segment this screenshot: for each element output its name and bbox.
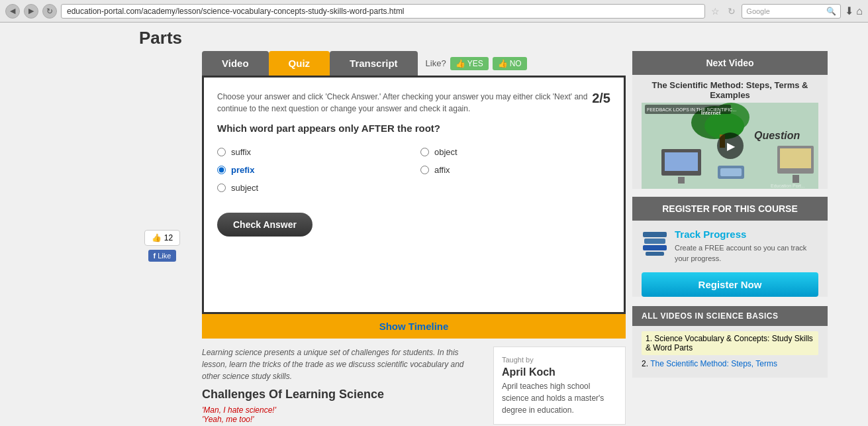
challenges-title: Challenges Of Learning Science — [202, 388, 480, 401]
option-subject-label: subject — [231, 183, 258, 193]
quiz-instructions: Choose your answer and click 'Check Answ… — [217, 91, 610, 115]
option-affix[interactable]: affix — [420, 165, 610, 175]
main-layout: 👍 12 f Like Video Quiz Transcript Like? … — [0, 51, 868, 426]
tab-transcript[interactable]: Transcript — [330, 51, 418, 76]
play-button[interactable] — [717, 133, 744, 159]
svg-rect-11 — [780, 148, 811, 168]
browser-bar: ◀ ▶ ↻ education-portal.com/academy/lesso… — [0, 0, 868, 23]
option-object[interactable]: object — [420, 147, 610, 157]
radio-prefix[interactable] — [217, 166, 226, 174]
register-now-button[interactable]: Register Now — [642, 272, 818, 297]
show-timeline-bar[interactable]: Show Timeline — [202, 314, 626, 339]
videos-list-box: ALL VIDEOS IN SCIENCE BASICS 1. Science … — [632, 306, 828, 378]
like-no-button[interactable]: 👍 NO — [493, 57, 527, 70]
svg-rect-6 — [665, 152, 698, 171]
item-num-1: 1. — [646, 334, 654, 343]
video-list-item-1[interactable]: 1. Science Vocabulary & Concepts: Study … — [642, 331, 818, 355]
quiz-box: 2/5 Choose your answer and click 'Check … — [202, 76, 626, 314]
bottom-section: Learning science presents a unique set o… — [202, 339, 626, 426]
option-prefix-label: prefix — [231, 165, 254, 175]
option-object-label: object — [434, 147, 458, 157]
right-sidebar: Next Video The Scientific Method: Steps,… — [632, 51, 828, 426]
download-icon[interactable]: ⬇ — [845, 5, 853, 17]
bookmark-icon[interactable]: ☆ — [711, 6, 720, 17]
item-link-2[interactable]: The Scientific Method: Steps, Terms — [650, 359, 777, 368]
back-button[interactable]: ◀ — [5, 4, 20, 19]
svg-text:FEEDBACK LOOPS IN THE SCIENTIF: FEEDBACK LOOPS IN THE SCIENTIFIC... — [647, 107, 736, 112]
yes-label: YES — [467, 59, 483, 68]
quote-2: 'Yeah, me too!' — [202, 415, 480, 424]
quiz-counter: 2/5 — [592, 91, 610, 106]
home-icon[interactable]: ⌂ — [856, 5, 863, 17]
register-box: REGISTER FOR THIS COURSE Track Progress … — [632, 197, 828, 297]
quote-1: 'Man, I hate science!' — [202, 405, 480, 415]
radio-affix[interactable] — [420, 166, 429, 174]
item-title-1: Science Vocabulary & Concepts: Study Ski… — [646, 334, 813, 352]
check-answer-button[interactable]: Check Answer — [217, 213, 313, 237]
register-header: REGISTER FOR THIS COURSE — [632, 197, 828, 221]
register-description: Create a FREE account so you can track y… — [675, 244, 806, 262]
search-icon[interactable]: 🔍 — [826, 7, 836, 16]
refresh-icon[interactable]: ↻ — [728, 6, 736, 17]
thumbs-up-small-icon: 👍 — [456, 59, 465, 68]
svg-rect-19 — [644, 239, 665, 244]
svg-rect-12 — [793, 175, 799, 183]
option-affix-label: affix — [434, 165, 450, 175]
instructor-name: April Koch — [502, 366, 617, 378]
svg-text:Internet: Internet — [701, 110, 721, 116]
books-svg — [642, 229, 668, 258]
next-video-box: Next Video The Scientific Method: Steps,… — [632, 51, 828, 189]
url-text: education-portal.com/academy/lesson/scie… — [67, 7, 405, 16]
track-progress-link[interactable]: Track Progress — [675, 229, 818, 240]
option-suffix-label: suffix — [231, 147, 251, 157]
video-list-item-2[interactable]: 2. The Scientific Method: Steps, Terms — [642, 359, 818, 368]
radio-suffix[interactable] — [217, 148, 226, 156]
books-icon — [642, 229, 668, 264]
fb-like-label: Like — [158, 252, 171, 260]
instructor-box: Taught by April Koch April teaches high … — [493, 346, 626, 425]
like-count-box: 👍 12 — [144, 230, 180, 246]
like-area: Like? 👍 YES 👍 NO — [426, 57, 527, 70]
no-label: NO — [510, 59, 522, 68]
search-box[interactable]: Google 🔍 — [742, 4, 841, 19]
lesson-desc-col: Learning science presents a unique set o… — [202, 346, 480, 425]
reload-button[interactable]: ↻ — [42, 4, 57, 19]
video-thumbnail[interactable]: FEEDBACK LOOPS IN THE SCIENTIFIC... Inte… — [642, 103, 818, 189]
register-content: Track Progress Create a FREE account so … — [632, 221, 828, 272]
item-num-2: 2. — [642, 359, 650, 368]
radio-subject[interactable] — [217, 184, 226, 192]
videos-list-header: ALL VIDEOS IN SCIENCE BASICS — [632, 306, 828, 326]
address-bar[interactable]: education-portal.com/academy/lesson/scie… — [61, 4, 705, 19]
social-col: 👍 12 f Like — [122, 51, 202, 426]
option-subject[interactable]: subject — [217, 183, 407, 193]
fb-icon: f — [154, 252, 156, 260]
svg-text:Education Port...: Education Port... — [771, 184, 805, 188]
facebook-like-button[interactable]: f Like — [148, 250, 177, 262]
option-prefix[interactable]: prefix — [217, 165, 407, 175]
svg-rect-18 — [643, 232, 667, 237]
quiz-options: suffix prefix subject — [217, 147, 610, 193]
radio-object[interactable] — [420, 148, 429, 156]
like-yes-button[interactable]: 👍 YES — [450, 57, 489, 70]
taught-by-label: Taught by — [502, 356, 534, 364]
instructor-bio: April teaches high school science and ho… — [502, 380, 617, 416]
option-suffix[interactable]: suffix — [217, 147, 407, 157]
like-count-number: 12 — [164, 233, 173, 242]
lesson-description: Learning science presents a unique set o… — [202, 346, 480, 382]
tabs-row: Video Quiz Transcript Like? 👍 YES 👍 NO — [202, 51, 626, 76]
svg-rect-9 — [720, 168, 742, 176]
center-col: Video Quiz Transcript Like? 👍 YES 👍 NO — [202, 51, 626, 426]
tab-video[interactable]: Video — [202, 51, 269, 76]
forward-button[interactable]: ▶ — [24, 4, 38, 19]
like-label: Like? — [426, 58, 446, 68]
svg-text:Question: Question — [754, 130, 800, 141]
next-video-header: Next Video — [632, 51, 828, 75]
thumb-background: FEEDBACK LOOPS IN THE SCIENTIFIC... Inte… — [642, 103, 818, 189]
tab-quiz[interactable]: Quiz — [269, 51, 330, 76]
show-timeline-link[interactable]: Show Timeline — [379, 321, 449, 332]
register-text: Track Progress Create a FREE account so … — [675, 229, 818, 264]
quiz-question: Which word part appears only AFTER the r… — [217, 123, 610, 134]
page-title: Parts — [0, 23, 868, 51]
videos-list: 1. Science Vocabulary & Concepts: Study … — [632, 326, 828, 378]
thumbs-down-small-icon: 👍 — [498, 59, 508, 68]
